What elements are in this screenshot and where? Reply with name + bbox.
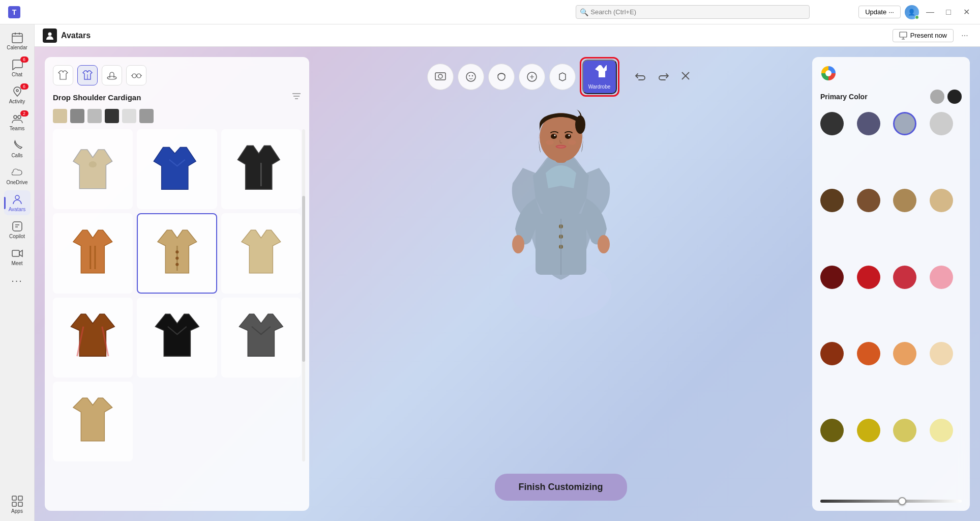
toolbar-avatar-select[interactable] [427, 64, 454, 90]
color-dark-gray[interactable] [820, 112, 844, 135]
toolbar-wardrobe[interactable]: Wardrobe [582, 60, 617, 94]
color-slate[interactable] [857, 112, 880, 135]
color-pink[interactable] [930, 266, 953, 289]
color-dark-olive[interactable] [820, 419, 844, 442]
color-red[interactable] [857, 266, 880, 289]
clothing-item-8[interactable] [137, 298, 217, 378]
app-more-button[interactable]: ··· [958, 28, 972, 43]
activity-badge: 6 [20, 83, 28, 90]
sidebar-item-copilot[interactable]: Copilot [4, 217, 31, 242]
tab-glasses[interactable] [126, 65, 146, 85]
active-indicator [4, 197, 6, 209]
sidebar-item-chat-label: Chat [12, 72, 22, 77]
brightness-slider[interactable] [820, 500, 962, 503]
color-dark-brown[interactable] [820, 189, 844, 212]
sidebar-item-chat[interactable]: 6 Chat [4, 55, 31, 80]
clothing-item-5[interactable] [137, 213, 217, 293]
finish-customizing-button[interactable]: Finish Customizing [495, 474, 627, 501]
color-yellow-green[interactable] [857, 419, 880, 442]
toolbar-face[interactable] [458, 64, 484, 90]
redo-button[interactable] [654, 68, 672, 86]
mini-swatch-2[interactable] [70, 109, 84, 123]
color-light-blue-gray[interactable] [893, 112, 916, 135]
sidebar-item-teams[interactable]: 2 Teams [4, 109, 31, 134]
svg-rect-2 [12, 34, 22, 43]
undo-button[interactable] [632, 68, 650, 86]
svg-point-31 [175, 250, 179, 253]
color-dark-orange[interactable] [820, 342, 844, 365]
sidebar-item-meet[interactable]: Meet [4, 244, 31, 269]
mini-swatch-5[interactable] [122, 109, 136, 123]
close-button[interactable]: ✕ [960, 5, 974, 19]
close-customization-button[interactable] [676, 68, 695, 86]
mini-swatch-4[interactable] [105, 109, 119, 123]
toolbar-hair[interactable] [488, 64, 515, 90]
wardrobe-label: Wardrobe [588, 84, 611, 90]
primary-swatch-light[interactable] [930, 90, 944, 104]
tab-hats[interactable] [102, 65, 122, 85]
color-orange[interactable] [857, 342, 880, 365]
search-bar[interactable]: 🔍 [576, 5, 830, 19]
sidebar-item-apps[interactable]: Apps [4, 492, 31, 517]
user-avatar[interactable]: 👤 [905, 5, 919, 19]
clothing-item-9[interactable] [221, 298, 301, 378]
svg-point-7 [14, 115, 17, 119]
color-light-orange[interactable] [893, 342, 916, 365]
sidebar-item-teams-label: Teams [10, 126, 24, 131]
color-light-gray[interactable] [930, 112, 953, 135]
mini-swatch-1[interactable] [53, 109, 67, 123]
present-now-button[interactable]: Present now [893, 29, 954, 42]
primary-color-row: Primary Color [820, 90, 962, 104]
color-grid [820, 112, 962, 491]
clothing-item-4[interactable] [53, 213, 133, 293]
clothing-item-2[interactable] [137, 129, 217, 209]
svg-text:T: T [12, 8, 17, 16]
svg-point-9 [15, 195, 19, 199]
brightness-thumb[interactable] [898, 497, 906, 505]
toolbar-accessories[interactable] [549, 64, 576, 90]
mini-swatch-6[interactable] [139, 109, 154, 123]
primary-swatch-dark[interactable] [947, 90, 962, 104]
sidebar: Calendar 6 Chat 6 Activity 2 Teams [0, 24, 35, 521]
more-icon: ··· [11, 274, 23, 286]
color-wheel-icon [820, 65, 837, 81]
clothing-item-3[interactable] [221, 129, 301, 209]
filter-icon[interactable] [292, 92, 301, 103]
toolbar-features[interactable] [519, 64, 545, 90]
clothing-item-7[interactable] [53, 298, 133, 378]
sidebar-item-calls[interactable]: Calls [4, 136, 31, 161]
minimize-button[interactable]: — [923, 5, 937, 19]
tab-tops[interactable] [53, 65, 73, 85]
svg-point-32 [175, 256, 179, 259]
maximize-button[interactable]: □ [941, 5, 956, 19]
sidebar-item-calls-label: Calls [11, 153, 22, 158]
sidebar-item-onedrive-label: OneDrive [6, 180, 27, 185]
search-input[interactable] [576, 5, 810, 19]
color-tan[interactable] [893, 189, 916, 212]
color-light-tan[interactable] [930, 189, 953, 212]
color-light-yellow[interactable] [930, 419, 953, 442]
sidebar-item-more[interactable]: ··· [4, 271, 31, 290]
mini-swatch-3[interactable] [87, 109, 102, 123]
color-medium-red[interactable] [893, 266, 916, 289]
color-dark-red[interactable] [820, 266, 844, 289]
sidebar-item-avatars[interactable]: Avatars [4, 190, 31, 215]
sidebar-item-activity[interactable]: 6 Activity [4, 82, 31, 107]
color-medium-brown[interactable] [857, 189, 880, 212]
svg-point-20 [132, 74, 136, 78]
sidebar-item-calendar[interactable]: Calendar [4, 28, 31, 53]
avatar-toolbar: Wardrobe [427, 57, 695, 97]
clothing-item-10[interactable] [53, 382, 133, 461]
svg-point-55 [575, 115, 585, 134]
color-yellow[interactable] [893, 419, 916, 442]
avatar-figure [485, 97, 637, 326]
sidebar-item-onedrive[interactable]: OneDrive [4, 163, 31, 188]
svg-point-59 [568, 135, 570, 136]
color-cream[interactable] [930, 342, 953, 365]
tab-jackets[interactable] [77, 65, 98, 85]
svg-rect-36 [435, 73, 446, 80]
update-button[interactable]: Update ··· [858, 6, 901, 18]
clothing-item-1[interactable] [53, 129, 133, 209]
wardrobe-wrapper: Wardrobe [580, 57, 619, 97]
clothing-item-6[interactable] [221, 213, 301, 293]
